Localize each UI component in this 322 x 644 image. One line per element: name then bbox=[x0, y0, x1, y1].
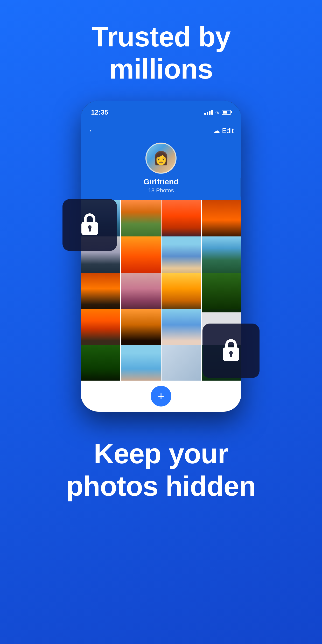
cloud-icon: ☁ bbox=[214, 127, 220, 134]
padlock-icon-right bbox=[222, 339, 240, 362]
lock-overlay-right bbox=[202, 324, 260, 378]
signal-icon bbox=[204, 110, 213, 115]
add-photo-section: + bbox=[81, 381, 241, 412]
photo-cell[interactable] bbox=[202, 273, 241, 312]
photo-cell[interactable] bbox=[121, 236, 161, 276]
profile-name: Girlfriend bbox=[143, 177, 178, 186]
phone-mockup: 12:35 ∿ ← ☁ bbox=[62, 101, 260, 422]
lock-overlay-left bbox=[62, 199, 117, 251]
padlock-icon-left bbox=[81, 213, 99, 237]
edit-button[interactable]: ☁ Edit bbox=[214, 127, 234, 135]
photo-cell[interactable] bbox=[162, 200, 201, 240]
footer-title: Keep your photos hidden bbox=[66, 438, 256, 502]
phone-side-button bbox=[241, 178, 241, 197]
photo-count: 18 Photos bbox=[148, 187, 174, 194]
back-arrow-icon[interactable]: ← bbox=[88, 127, 96, 135]
profile-section: 👩 Girlfriend 18 Photos bbox=[81, 143, 241, 200]
header-title: Trusted by millions bbox=[92, 21, 230, 85]
photo-cell[interactable] bbox=[121, 273, 161, 312]
photo-cell[interactable] bbox=[121, 345, 161, 381]
photo-cell[interactable] bbox=[121, 309, 161, 349]
photo-cell[interactable] bbox=[162, 309, 201, 349]
avatar: 👩 bbox=[145, 143, 177, 174]
photo-cell[interactable] bbox=[81, 273, 120, 312]
photo-cell[interactable] bbox=[162, 345, 201, 381]
status-bar: 12:35 ∿ bbox=[81, 101, 241, 124]
phone-time: 12:35 bbox=[91, 108, 108, 116]
photo-cell[interactable] bbox=[121, 200, 161, 240]
photo-cell[interactable] bbox=[202, 200, 241, 240]
wifi-icon: ∿ bbox=[215, 109, 220, 116]
add-photo-button[interactable]: + bbox=[151, 386, 171, 407]
photo-cell[interactable] bbox=[81, 345, 120, 381]
battery-icon bbox=[222, 110, 231, 115]
status-icons: ∿ bbox=[204, 109, 231, 116]
photo-cell[interactable] bbox=[81, 309, 120, 349]
photo-cell[interactable] bbox=[162, 273, 201, 312]
photo-cell[interactable] bbox=[202, 236, 241, 276]
app-nav-header: ← ☁ Edit bbox=[81, 124, 241, 143]
photo-cell[interactable] bbox=[162, 236, 201, 276]
